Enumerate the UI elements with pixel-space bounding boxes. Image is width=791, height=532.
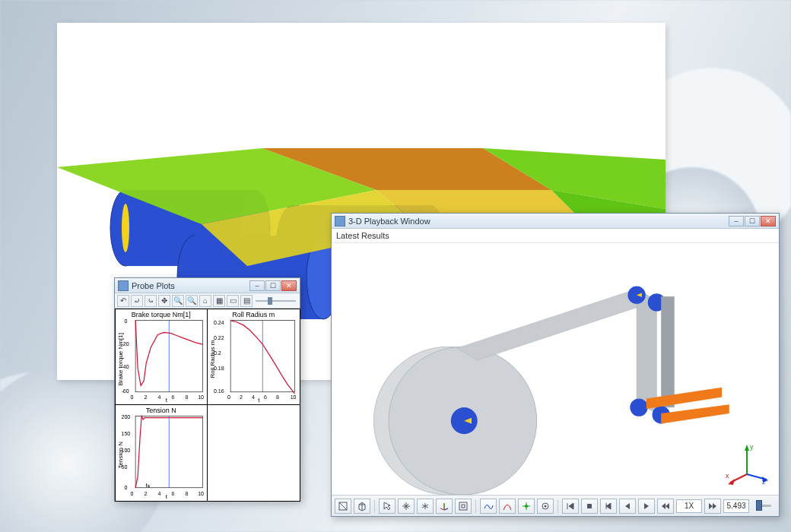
probe-plots-window[interactable]: Probe Plots – ☐ ✕ ↶ ⤾ ⤿ ✥ 🔍+ 🔍− ⌂ ▦ ▭ ▤ … [114, 277, 300, 502]
playback-toolbar: 1X 5.493 [332, 495, 779, 516]
play-icon[interactable] [638, 499, 655, 514]
svg-rect-54 [459, 502, 467, 510]
pan-icon[interactable]: ✥ [158, 295, 170, 307]
trace-icon[interactable] [480, 499, 497, 514]
axis-gizmo: y z x [724, 440, 770, 486]
cube-icon[interactable] [354, 499, 370, 514]
playback-3d-viewport[interactable]: y z x [332, 243, 779, 495]
minimize-button[interactable]: – [249, 280, 265, 291]
time-readout[interactable]: 5.493 [723, 499, 749, 513]
select-icon[interactable] [379, 499, 396, 514]
stop-icon[interactable] [581, 499, 598, 514]
step-back-icon[interactable] [600, 499, 617, 514]
ffwd-icon[interactable] [704, 499, 721, 514]
undo-icon[interactable]: ↶ [117, 295, 129, 307]
grid-icon[interactable]: ▦ [213, 295, 225, 307]
plot-brake-torque[interactable]: Brake torque Nm[1] Brake torque Nm[1] 0 … [115, 309, 208, 406]
playback-time-slider[interactable] [751, 505, 776, 507]
playback-titlebar[interactable]: 3-D Playback Window – ☐ ✕ [332, 214, 779, 229]
svg-marker-44 [745, 445, 749, 451]
svg-rect-55 [462, 505, 465, 508]
close-button[interactable]: ✕ [281, 280, 297, 291]
axis-icon[interactable] [436, 499, 453, 514]
playback-window[interactable]: 3-D Playback Window – ☐ ✕ Latest Results [331, 213, 780, 517]
play-back-icon[interactable] [619, 499, 636, 514]
probe-toolbar: ↶ ⤾ ⤿ ✥ 🔍+ 🔍− ⌂ ▦ ▭ ▤ [115, 293, 300, 309]
probe-titlebar[interactable]: Probe Plots – ☐ ✕ [115, 278, 300, 293]
playback-window-icon [335, 216, 345, 226]
playback-window-title: 3-D Playback Window [348, 217, 726, 226]
layout1-icon[interactable]: ▭ [227, 295, 239, 307]
svg-marker-41 [646, 388, 722, 409]
playback-subtitle: Latest Results [332, 229, 779, 243]
plot-tension[interactable]: Tension N Tension N 200 150 100 50 0 0 2… [115, 404, 208, 502]
rewind-icon[interactable] [657, 499, 674, 514]
annotation-t2: t₂ [146, 482, 150, 489]
zoom-out-icon[interactable]: 🔍− [186, 295, 198, 307]
svg-point-21 [122, 204, 129, 252]
probe-time-slider[interactable] [254, 300, 297, 302]
marker-icon[interactable] [518, 499, 535, 514]
probe-window-icon [118, 280, 129, 291]
rotate-icon[interactable] [417, 499, 434, 514]
probe-plot-grid: Brake torque Nm[1] Brake torque Nm[1] 0 … [115, 309, 300, 501]
speed-readout[interactable]: 1X [676, 499, 702, 513]
settings-icon[interactable] [537, 499, 554, 514]
rotate-icon[interactable]: ⤿ [145, 295, 157, 307]
svg-rect-38 [661, 296, 675, 407]
svg-point-58 [545, 505, 547, 507]
svg-rect-59 [587, 504, 592, 508]
zoom-in-icon[interactable]: 🔍+ [172, 295, 184, 307]
svg-marker-33 [457, 289, 657, 359]
maximize-button[interactable]: ☐ [265, 280, 281, 291]
probe-window-title: Probe Plots [132, 281, 246, 290]
plot-empty [207, 404, 300, 502]
svg-text:z: z [762, 478, 766, 486]
redo-icon[interactable]: ⤾ [131, 295, 143, 307]
path-icon[interactable] [499, 499, 516, 514]
skip-start-icon[interactable] [562, 499, 579, 514]
close-button[interactable]: ✕ [761, 216, 776, 226]
plot-roll-radius[interactable]: Roll Radius m Roll Radius m 0.24 0.22 0.… [207, 309, 300, 406]
perspective-icon[interactable] [335, 499, 351, 514]
playback-3d-scene [332, 243, 779, 495]
svg-text:y: y [750, 443, 754, 451]
svg-point-39 [630, 398, 647, 416]
pan-icon[interactable] [398, 499, 415, 514]
svg-marker-50 [728, 479, 735, 485]
layout2-icon[interactable]: ▤ [240, 295, 253, 307]
fit-icon[interactable] [455, 499, 472, 514]
svg-point-31 [451, 407, 478, 434]
minimize-button[interactable]: – [729, 216, 744, 226]
svg-line-53 [339, 502, 347, 510]
maximize-button[interactable]: ☐ [745, 216, 760, 226]
fit-icon[interactable]: ⌂ [199, 295, 211, 307]
svg-text:x: x [726, 472, 729, 480]
